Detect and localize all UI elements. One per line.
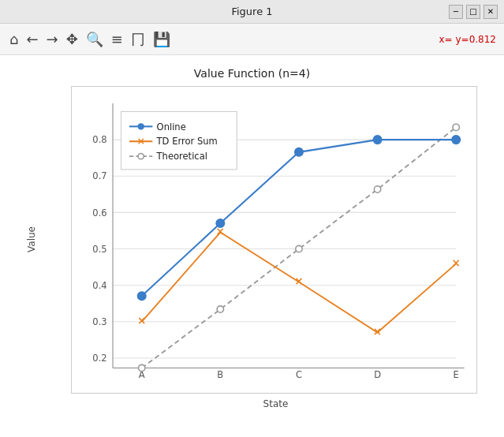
close-button[interactable]: ✕ bbox=[483, 5, 498, 19]
svg-text:×: × bbox=[451, 256, 460, 269]
svg-text:E: E bbox=[453, 369, 458, 380]
svg-text:0.3: 0.3 bbox=[92, 316, 106, 327]
toolbar: ⌂ ← → ✥ 🔍 ≡ ⼌ 💾 x= y=0.812 bbox=[0, 24, 504, 55]
maximize-button[interactable]: □ bbox=[466, 5, 480, 19]
theoretical-dot-d bbox=[374, 186, 380, 192]
svg-text:0.7: 0.7 bbox=[92, 170, 106, 181]
pan-icon[interactable]: ✥ bbox=[65, 29, 80, 49]
window-title: Figure 1 bbox=[231, 6, 272, 17]
home-icon[interactable]: ⌂ bbox=[8, 29, 20, 49]
legend-td-label: TD Error Sum bbox=[155, 136, 217, 147]
chart-container: Value Function (n=4) Value bbox=[0, 55, 504, 437]
svg-text:D: D bbox=[374, 369, 381, 380]
minimize-button[interactable]: − bbox=[449, 5, 463, 19]
legend-theoretical-dot bbox=[137, 153, 143, 159]
svg-text:0.5: 0.5 bbox=[92, 244, 106, 255]
chart-svg: 0.8 0.7 0.6 0.5 0.4 0.3 0.2 A B C D E bbox=[72, 87, 476, 393]
x-axis-label: State bbox=[71, 398, 481, 409]
graph-icon[interactable]: ⼌ bbox=[129, 28, 147, 50]
forward-icon[interactable]: → bbox=[45, 29, 60, 49]
svg-text:B: B bbox=[217, 369, 223, 380]
coord-display: x= y=0.812 bbox=[439, 34, 496, 45]
zoom-icon[interactable]: 🔍 bbox=[84, 29, 105, 49]
back-icon[interactable]: ← bbox=[24, 29, 39, 49]
online-dot-a bbox=[137, 292, 145, 300]
theoretical-dot-b bbox=[217, 306, 223, 312]
configure-icon[interactable]: ≡ bbox=[110, 29, 125, 49]
legend-online-dot bbox=[137, 123, 144, 129]
online-dot-c bbox=[294, 148, 302, 156]
svg-text:0.4: 0.4 bbox=[92, 280, 106, 291]
online-dot-d bbox=[373, 136, 381, 144]
legend-td-x: × bbox=[136, 135, 145, 147]
y-axis-label: Value bbox=[24, 90, 39, 390]
toolbar-left: ⌂ ← → ✥ 🔍 ≡ ⼌ 💾 bbox=[8, 28, 172, 50]
svg-text:0.2: 0.2 bbox=[92, 353, 106, 364]
svg-text:C: C bbox=[295, 369, 301, 380]
save-icon[interactable]: 💾 bbox=[151, 29, 172, 49]
window-controls[interactable]: − □ ✕ bbox=[449, 5, 498, 19]
chart-title: Value Function (n=4) bbox=[24, 67, 481, 80]
chart-wrapper: Value Function (n=4) Value bbox=[24, 67, 481, 425]
online-dot-b bbox=[216, 219, 224, 227]
legend-theoretical-label: Theoretical bbox=[155, 151, 207, 162]
theoretical-dot-e bbox=[453, 124, 459, 130]
title-bar: Figure 1 − □ ✕ bbox=[0, 0, 504, 24]
theoretical-dot-c bbox=[295, 245, 301, 252]
legend-online-label: Online bbox=[156, 121, 185, 133]
theoretical-dot-a bbox=[138, 364, 144, 371]
svg-text:×: × bbox=[294, 275, 303, 287]
chart-area: Value bbox=[24, 86, 481, 394]
svg-text:×: × bbox=[372, 325, 381, 338]
svg-text:0.6: 0.6 bbox=[92, 207, 106, 218]
plot-area: 0.8 0.7 0.6 0.5 0.4 0.3 0.2 A B C D E bbox=[71, 86, 477, 394]
online-dot-e bbox=[451, 136, 459, 144]
svg-text:0.8: 0.8 bbox=[92, 134, 106, 145]
svg-text:×: × bbox=[137, 314, 146, 327]
